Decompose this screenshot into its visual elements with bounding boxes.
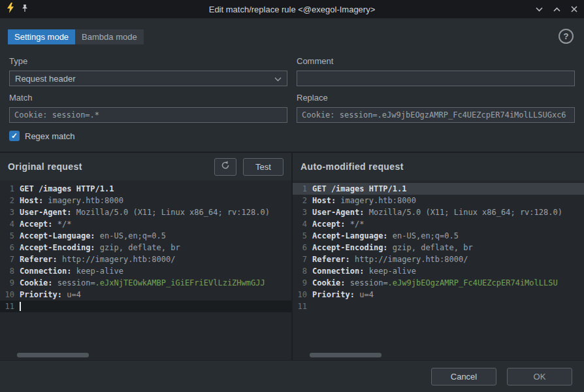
- line-content: Accept-Encoding: gzip, deflate, br: [20, 243, 291, 252]
- replace-label: Replace: [297, 93, 575, 103]
- ok-button[interactable]: OK: [507, 368, 572, 385]
- line-number: 4: [0, 220, 20, 229]
- tab-bambda-mode[interactable]: Bambda mode: [75, 29, 144, 44]
- original-hscrollbar: [0, 351, 291, 360]
- original-request-editor[interactable]: 1GET /images HTTP/1.12Host: imagery.htb:…: [0, 180, 291, 351]
- line-number: 3: [0, 208, 20, 217]
- request-line: 6Accept-Encoding: gzip, deflate, br: [0, 242, 291, 253]
- line-number: 1: [0, 184, 20, 193]
- line-content: Accept-Language: en-US,en;q=0.5: [20, 231, 291, 240]
- line-content: Priority: u=4: [312, 290, 584, 299]
- line-number: 11: [293, 302, 312, 311]
- line-content: User-Agent: Mozilla/5.0 (X11; Linux x86_…: [20, 208, 291, 217]
- request-line: 7Referer: http://imagery.htb:8000/: [0, 253, 291, 265]
- test-button[interactable]: Test: [243, 158, 284, 176]
- line-content: Connection: keep-alive: [312, 267, 584, 276]
- modified-request-editor[interactable]: 1GET /images HTTP/1.12Host: imagery.htb:…: [293, 180, 584, 351]
- modified-hscrollbar: [293, 351, 584, 360]
- line-number: 6: [293, 243, 312, 252]
- original-request-pane: Original request Test 1GET /images HTTP/…: [0, 153, 293, 360]
- match-field: Match: [9, 93, 287, 123]
- modified-request-title: Auto-modified request: [300, 161, 576, 172]
- line-number: 5: [293, 231, 312, 240]
- line-number: 8: [293, 267, 312, 276]
- line-number: 2: [0, 196, 20, 205]
- cancel-button[interactable]: Cancel: [431, 368, 496, 385]
- modified-hscrollbar-thumb[interactable]: [310, 353, 381, 357]
- line-number: 4: [293, 220, 312, 229]
- type-field: Type Request header: [9, 56, 287, 86]
- match-input[interactable]: [9, 107, 287, 123]
- line-number: 9: [293, 278, 312, 287]
- chevron-down-icon[interactable]: [536, 7, 543, 12]
- modified-request-pane: Auto-modified request 1GET /images HTTP/…: [293, 153, 584, 360]
- line-content: Accept-Encoding: gzip, deflate, br: [312, 243, 584, 252]
- request-line: 9Cookie: session=.eJw9jbEOgzAMRP_Fc4UEZc…: [293, 277, 584, 289]
- line-number: 11: [0, 302, 20, 311]
- request-line: 1GET /images HTTP/1.1: [293, 183, 584, 195]
- request-line: 4Accept: */*: [293, 218, 584, 230]
- replace-input[interactable]: [297, 107, 575, 123]
- original-request-title: Original request: [8, 161, 208, 172]
- line-number: 10: [0, 290, 20, 299]
- refresh-button[interactable]: [214, 158, 236, 176]
- line-content: [20, 302, 291, 312]
- request-line: 11: [0, 301, 291, 312]
- type-select-value: Request header: [15, 74, 76, 84]
- line-content: Priority: u=4: [20, 290, 291, 299]
- line-content: Accept-Language: en-US,en;q=0.5: [312, 231, 584, 240]
- line-number: 2: [293, 196, 312, 205]
- chevron-down-icon: [274, 74, 282, 84]
- request-line: 3User-Agent: Mozilla/5.0 (X11; Linux x86…: [0, 206, 291, 218]
- line-number: 9: [0, 278, 20, 287]
- type-select[interactable]: Request header: [9, 71, 287, 86]
- request-line: 4Accept: */*: [0, 218, 291, 230]
- regex-match-row: ✓ Regex match: [0, 131, 584, 141]
- line-number: 7: [0, 255, 20, 264]
- request-line: 8Connection: keep-alive: [0, 265, 291, 277]
- request-line: 9Cookie: session=.eJxNjTEOwkAMBP_iGiEFri…: [0, 277, 291, 289]
- request-preview: Original request Test 1GET /images HTTP/…: [0, 152, 584, 360]
- request-line: 6Accept-Encoding: gzip, deflate, br: [293, 242, 584, 253]
- mode-tabs: Settings mode Bambda mode ?: [8, 29, 576, 44]
- line-number: 5: [0, 231, 20, 240]
- request-line: 10Priority: u=4: [293, 289, 584, 301]
- line-content: Referer: http://imagery.htb:8000/: [312, 255, 584, 264]
- regex-match-checkbox[interactable]: ✓: [9, 131, 20, 141]
- close-icon[interactable]: [571, 6, 577, 12]
- match-label: Match: [9, 93, 287, 103]
- request-line: 11: [293, 301, 584, 312]
- request-line: 3User-Agent: Mozilla/5.0 (X11; Linux x86…: [293, 206, 584, 218]
- help-icon[interactable]: ?: [559, 29, 574, 44]
- refresh-icon: [221, 161, 230, 172]
- request-line: 8Connection: keep-alive: [293, 265, 584, 277]
- request-line: 5Accept-Language: en-US,en;q=0.5: [293, 230, 584, 242]
- match-replace-dialog: Edit match/replace rule <@exegol-Imagery…: [0, 0, 584, 392]
- line-content: Connection: keep-alive: [20, 267, 291, 276]
- line-content: User-Agent: Mozilla/5.0 (X11; Linux x86_…: [312, 208, 584, 217]
- line-content: GET /images HTTP/1.1: [20, 184, 291, 193]
- rule-form: Type Request header Comment Match Replac…: [0, 56, 584, 123]
- comment-input[interactable]: [297, 71, 575, 86]
- line-content: GET /images HTTP/1.1: [312, 184, 584, 193]
- original-request-header: Original request Test: [0, 153, 291, 180]
- request-line: 5Accept-Language: en-US,en;q=0.5: [0, 230, 291, 242]
- line-content: Host: imagery.htb:8000: [312, 196, 584, 205]
- chevron-up-icon[interactable]: [553, 7, 560, 12]
- line-number: 8: [0, 267, 20, 276]
- line-number: 1: [293, 184, 312, 193]
- request-line: 10Priority: u=4: [0, 289, 291, 301]
- lightning-bolt-icon: [7, 3, 14, 16]
- tab-settings-mode[interactable]: Settings mode: [8, 29, 75, 44]
- request-line: 2Host: imagery.htb:8000: [293, 195, 584, 206]
- line-number: 3: [293, 208, 312, 217]
- line-number: 10: [293, 290, 312, 299]
- line-content: Referer: http://imagery.htb:8000/: [20, 255, 291, 264]
- modified-request-header: Auto-modified request: [293, 153, 584, 180]
- type-label: Type: [9, 56, 287, 66]
- comment-label: Comment: [297, 56, 575, 66]
- original-hscrollbar-thumb[interactable]: [17, 353, 89, 357]
- line-content: Accept: */*: [20, 220, 291, 229]
- pin-icon[interactable]: [21, 3, 29, 15]
- replace-field: Replace: [297, 93, 575, 123]
